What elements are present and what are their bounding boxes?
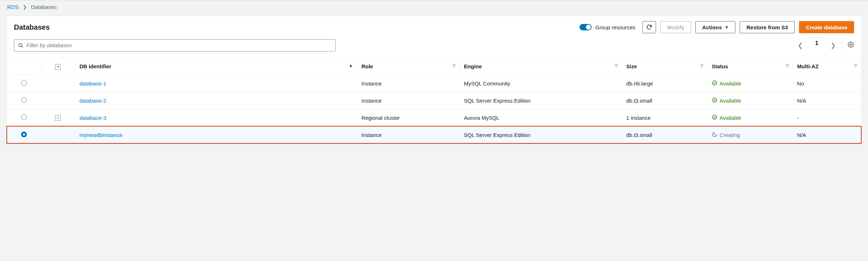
db-identifier-link[interactable]: database-2 — [79, 98, 106, 104]
gear-icon — [848, 41, 854, 48]
refresh-icon — [646, 24, 652, 30]
col-identifier[interactable]: DB identifier▲ — [75, 58, 357, 75]
cell-size: db.t3.small — [622, 92, 707, 109]
svg-point-0 — [19, 43, 22, 46]
col-size[interactable]: Size▽ — [622, 58, 707, 75]
cell-size: 1 instance — [622, 109, 707, 126]
check-circle-icon — [712, 114, 717, 121]
pagination: ❮ 1 ❯ — [798, 38, 854, 53]
restore-from-s3-button[interactable]: Restore from S3 — [740, 21, 795, 33]
page-title: Databases — [14, 23, 50, 31]
prev-page-button[interactable]: ❮ — [798, 41, 803, 49]
svg-line-1 — [21, 46, 23, 47]
databases-panel: Databases Group resources Modify Actions… — [6, 16, 862, 144]
select-radio[interactable] — [21, 114, 27, 120]
col-multiaz[interactable]: Multi-AZ▽ — [793, 58, 861, 75]
settings-button[interactable] — [848, 41, 854, 49]
cell-engine: MySQL Community — [460, 75, 622, 92]
status-badge: Available — [712, 114, 741, 121]
col-engine[interactable]: Engine▽ — [460, 58, 622, 75]
svg-point-2 — [850, 44, 852, 46]
select-radio[interactable] — [21, 97, 27, 103]
db-identifier-link[interactable]: database-3 — [79, 115, 106, 121]
cell-multiaz: N/A — [793, 126, 861, 143]
table-row[interactable]: database-2InstanceSQL Server Express Edi… — [7, 92, 861, 109]
actions-label: Actions — [702, 24, 722, 30]
actions-button[interactable]: Actions ▼ — [695, 21, 735, 33]
cell-role: Instance — [357, 126, 460, 143]
toggle-switch-icon — [580, 24, 592, 30]
table-row[interactable]: mynewdbinstanceInstanceSQL Server Expres… — [7, 126, 861, 143]
status-badge: Available — [712, 97, 741, 104]
sort-icon: ▽ — [700, 63, 703, 68]
col-role[interactable]: Role▽ — [357, 58, 460, 75]
breadcrumb: RDS ❯ Databases — [6, 3, 862, 16]
sort-icon: ▽ — [786, 63, 789, 68]
cell-role: Instance — [357, 75, 460, 92]
cell-size: db.r6i.large — [622, 75, 707, 92]
create-database-button[interactable]: Create database — [799, 21, 854, 33]
databases-table: + DB identifier▲ Role▽ Engine▽ Size▽ — [7, 58, 861, 144]
sort-icon: ▽ — [453, 63, 455, 68]
refresh-button[interactable] — [642, 21, 656, 33]
cell-engine: SQL Server Express Edition — [460, 126, 622, 143]
db-identifier-link[interactable]: mynewdbinstance — [79, 132, 122, 138]
divider — [842, 41, 842, 50]
select-radio[interactable] — [21, 80, 27, 86]
cell-role: Regional cluster — [357, 109, 460, 126]
breadcrumb-root-link[interactable]: RDS — [7, 4, 19, 10]
expand-row-button[interactable]: + — [55, 115, 61, 121]
col-status[interactable]: Status▽ — [707, 58, 793, 75]
check-circle-icon — [712, 97, 717, 104]
group-resources-toggle[interactable]: Group resources — [580, 24, 635, 30]
filter-input[interactable] — [26, 42, 332, 48]
table-row[interactable]: database-1InstanceMySQL Communitydb.r6i.… — [7, 75, 861, 92]
cell-engine: Aurora MySQL — [460, 109, 622, 126]
status-badge: Available — [712, 80, 741, 87]
col-expand-all[interactable]: + — [41, 58, 75, 75]
cell-engine: SQL Server Express Edition — [460, 92, 622, 109]
cell-multiaz: N/A — [793, 92, 861, 109]
cell-size: db.t3.small — [622, 126, 707, 143]
select-radio[interactable] — [21, 132, 27, 137]
cell-multiaz: - — [793, 109, 861, 126]
status-badge: Creating — [712, 132, 740, 138]
next-page-button[interactable]: ❯ — [830, 41, 836, 49]
clock-icon — [712, 132, 717, 138]
db-identifier-link[interactable]: database-1 — [79, 80, 106, 87]
sort-icon: ▽ — [854, 63, 857, 68]
cell-multiaz: No — [793, 75, 861, 92]
current-page: 1 — [809, 38, 825, 53]
sort-asc-icon: ▲ — [349, 63, 353, 68]
chevron-right-icon: ❯ — [23, 4, 27, 10]
modify-button[interactable]: Modify — [660, 21, 691, 33]
caret-down-icon: ▼ — [725, 25, 729, 29]
check-circle-icon — [712, 80, 717, 87]
cell-role: Instance — [357, 92, 460, 109]
table-row[interactable]: +database-3Regional clusterAurora MySQL1… — [7, 109, 861, 126]
filter-input-wrapper[interactable] — [14, 39, 336, 51]
breadcrumb-current: Databases — [31, 4, 57, 10]
sort-icon: ▽ — [615, 63, 618, 68]
col-select — [7, 58, 41, 75]
expand-icon: + — [55, 64, 61, 70]
toggle-label: Group resources — [595, 24, 635, 30]
search-icon — [18, 43, 24, 48]
